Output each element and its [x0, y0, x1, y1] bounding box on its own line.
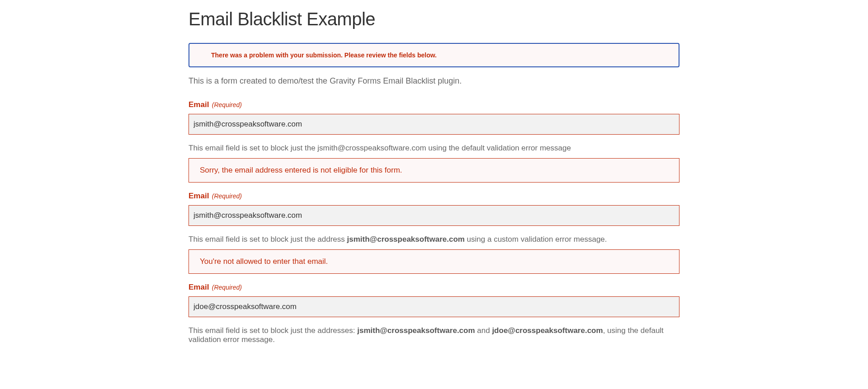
field-error-box-1: Sorry, the email address entered is not …: [189, 158, 679, 183]
email-label-1: Email (Required): [189, 100, 679, 109]
email-label-2: Email (Required): [189, 192, 679, 201]
email-field-group-2: Email (Required) This email field is set…: [189, 192, 679, 274]
validation-error-box: There was a problem with your submission…: [189, 43, 679, 67]
email-description-1: This email field is set to block just th…: [189, 144, 679, 153]
field-error-text: You're not allowed to enter that email.: [200, 257, 328, 266]
email-field-group-3: Email (Required) This email field is set…: [189, 283, 679, 344]
required-indicator: (Required): [212, 284, 242, 291]
email-description-3: This email field is set to block just th…: [189, 326, 679, 344]
required-indicator: (Required): [212, 101, 242, 108]
page-title: Email Blacklist Example: [189, 9, 679, 29]
email-input-1[interactable]: [189, 114, 679, 135]
validation-error-text: There was a problem with your submission…: [211, 52, 437, 59]
email-field-group-1: Email (Required) This email field is set…: [189, 100, 679, 183]
field-error-box-2: You're not allowed to enter that email.: [189, 249, 679, 274]
email-input-2[interactable]: [189, 205, 679, 226]
email-input-3[interactable]: [189, 296, 679, 317]
field-error-text: Sorry, the email address entered is not …: [200, 166, 402, 174]
intro-text: This is a form created to demo/test the …: [189, 76, 679, 86]
required-indicator: (Required): [212, 192, 242, 200]
email-label-text: Email: [189, 192, 209, 200]
form-container: Email Blacklist Example There was a prob…: [189, 0, 679, 361]
email-label-text: Email: [189, 100, 209, 109]
email-label-text: Email: [189, 283, 209, 291]
email-description-2: This email field is set to block just th…: [189, 235, 679, 244]
email-label-3: Email (Required): [189, 283, 679, 292]
